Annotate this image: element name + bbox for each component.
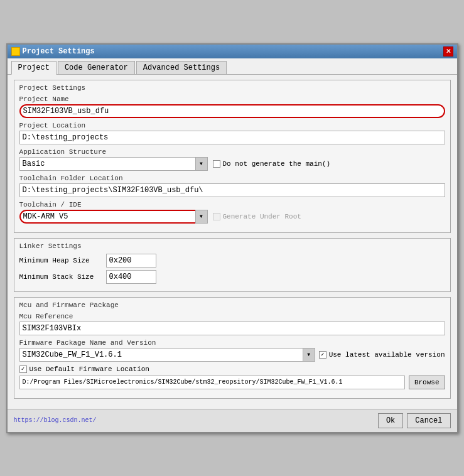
toolchain-ide-select[interactable]: MDK-ARM V5 <box>19 210 208 224</box>
app-structure-select-wrap: Basic ▼ <box>19 157 208 171</box>
project-settings-title: Project Settings <box>19 84 445 92</box>
toolchain-ide-select-wrap: MDK-ARM V5 ▼ <box>19 210 208 224</box>
title-bar: Project Settings ✕ <box>8 45 457 58</box>
title-bar-left: Project Settings <box>11 47 95 56</box>
use-default-firmware-label: Use Default Firmware Location <box>30 365 149 373</box>
min-heap-row: Minimum Heap Size <box>19 254 445 268</box>
firmware-pkg-label: Firmware Package Name and Version <box>19 339 445 347</box>
use-latest-checkbox[interactable]: ✓ <box>319 351 326 359</box>
app-structure-row: Basic ▼ Do not generate the main() <box>19 157 445 171</box>
window-icon <box>11 47 20 56</box>
min-heap-label: Minimum Heap Size <box>19 257 101 264</box>
min-stack-row: Minimum Stack Size <box>19 270 445 284</box>
generate-under-root-row: Generate Under Root <box>213 213 301 220</box>
browse-button[interactable]: Browse <box>409 376 445 389</box>
tab-advanced-settings[interactable]: Advanced Settings <box>136 61 227 74</box>
firmware-pkg-row: SIM32Cube_FW_F1_V1.6.1 ▼ ✓ Use latest av… <box>19 348 445 362</box>
mcu-firmware-title: Mcu and Firmware Package <box>19 301 445 309</box>
mcu-firmware-section: Mcu and Firmware Package Mcu Reference F… <box>14 297 451 399</box>
firmware-path-input[interactable] <box>19 376 405 389</box>
tabs-bar: Project Code Generator Advanced Settings <box>8 58 457 75</box>
generate-under-root-checkbox[interactable] <box>213 213 220 220</box>
do-not-generate-label: Do not generate the main() <box>223 160 331 168</box>
use-default-firmware-checkbox[interactable]: ✓ <box>19 365 27 373</box>
toolchain-folder-label: Toolchain Folder Location <box>19 175 445 182</box>
firmware-select[interactable]: SIM32Cube_FW_F1_V1.6.1 <box>19 348 315 362</box>
generate-under-root-label: Generate Under Root <box>223 213 301 220</box>
main-window: Project Settings ✕ Project Code Generato… <box>6 43 458 433</box>
project-location-label: Project Location <box>19 122 445 129</box>
toolchain-ide-label: Toolchain / IDE <box>19 201 445 208</box>
project-settings-section: Project Settings Project Name Project Lo… <box>14 80 451 233</box>
firmware-select-wrap: SIM32Cube_FW_F1_V1.6.1 ▼ <box>19 348 315 362</box>
firmware-path-row: Browse <box>19 376 445 389</box>
use-latest-label: Use latest available version <box>329 351 445 359</box>
min-stack-input[interactable] <box>106 270 156 284</box>
ok-button[interactable]: Ok <box>378 413 403 428</box>
tab-project[interactable]: Project <box>11 61 57 75</box>
toolchain-ide-row: MDK-ARM V5 ▼ Generate Under Root <box>19 210 445 224</box>
main-content: Project Settings Project Name Project Lo… <box>8 75 457 409</box>
bottom-bar: https://blog.csdn.net/ Ok Cancel <box>8 409 457 432</box>
linker-settings-title: Linker Settings <box>19 242 445 250</box>
do-not-generate-row: Do not generate the main() <box>213 160 331 168</box>
footer-url: https://blog.csdn.net/ <box>14 417 374 424</box>
project-name-label: Project Name <box>19 95 445 103</box>
tab-code-generator[interactable]: Code Generator <box>58 61 135 74</box>
toolchain-folder-input[interactable] <box>19 183 445 197</box>
use-default-firmware-row: ✓ Use Default Firmware Location <box>19 365 445 373</box>
linker-settings-section: Linker Settings Minimum Heap Size Minimu… <box>14 238 451 292</box>
project-location-input[interactable] <box>19 131 445 144</box>
window-title: Project Settings <box>23 47 95 56</box>
mcu-ref-input[interactable] <box>19 322 445 335</box>
use-latest-row: ✓ Use latest available version <box>319 351 445 359</box>
min-stack-label: Minimum Stack Size <box>19 273 101 281</box>
close-button[interactable]: ✕ <box>443 46 453 57</box>
cancel-button[interactable]: Cancel <box>407 413 450 428</box>
app-structure-select[interactable]: Basic <box>19 157 208 171</box>
app-structure-label: Application Structure <box>19 148 445 156</box>
mcu-ref-label: Mcu Reference <box>19 313 445 320</box>
min-heap-input[interactable] <box>106 254 156 268</box>
project-name-input[interactable] <box>19 104 445 118</box>
do-not-generate-checkbox[interactable] <box>213 160 220 168</box>
